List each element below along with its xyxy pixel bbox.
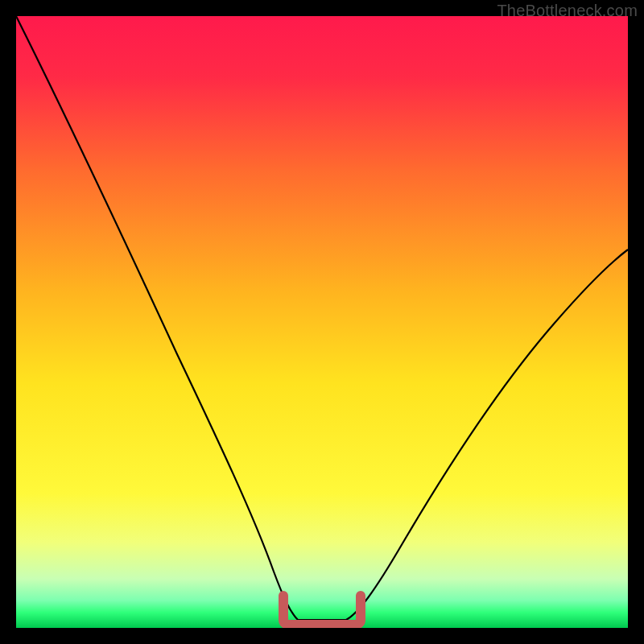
chart-frame: TheBottleneck.com xyxy=(0,0,644,644)
optimal-range-marker xyxy=(283,596,361,625)
plot-area xyxy=(16,16,628,628)
curve-path xyxy=(16,16,628,620)
watermark-label: TheBottleneck.com xyxy=(497,2,638,20)
bottleneck-curve xyxy=(16,16,628,628)
